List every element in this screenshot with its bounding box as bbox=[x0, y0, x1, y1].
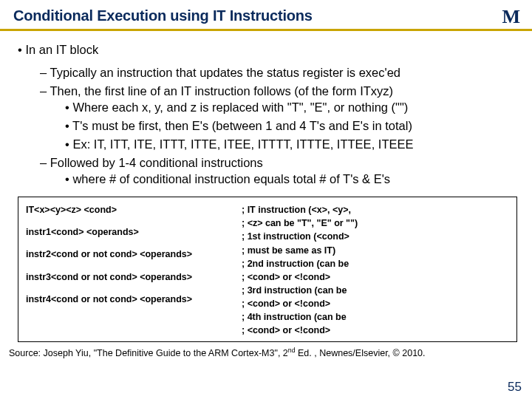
comment-line: ; 4th instruction (can be bbox=[242, 310, 509, 324]
code-line: instr1<cond> <operands> bbox=[26, 225, 233, 239]
code-line: instr2<cond or not cond> <operands> bbox=[26, 248, 233, 261]
comment-line: ; <cond> or <!cond> bbox=[242, 324, 509, 337]
sub-bullet-b1: Where each x, y, and z is replaced with … bbox=[65, 99, 517, 116]
comment-line: ; <cond> or <!cond> bbox=[242, 297, 509, 310]
code-line: instr4<cond or not cond> <operands> bbox=[26, 293, 233, 306]
page-number: 55 bbox=[508, 380, 522, 395]
code-line: instr3<cond or not cond> <operands> bbox=[26, 270, 233, 284]
code-box: IT<x><y><z> <cond> instr1<cond> <operand… bbox=[18, 197, 517, 342]
comment-line: ; IT instruction (<x>, <y>, bbox=[242, 203, 509, 216]
comment-line: ; <z> can be "T", "E" or "") bbox=[242, 216, 509, 230]
comment-line: ; 3rd instruction (can be bbox=[242, 284, 509, 297]
code-line: IT<x><y><z> <cond> bbox=[26, 203, 233, 216]
source-citation: Source: Joseph Yiu, "The Definitive Guid… bbox=[0, 345, 532, 358]
sub-bullet-b3: Ex: IT, ITT, ITE, ITTT, ITTE, ITEE, ITTT… bbox=[65, 136, 517, 153]
title-divider bbox=[0, 29, 532, 31]
comment-line: ; must be same as IT) bbox=[242, 244, 509, 257]
comment-line: ; <cond> or <!cond> bbox=[242, 270, 509, 284]
slide-title: Conditional Execution using IT Instructi… bbox=[0, 0, 532, 29]
code-right-column: ; IT instruction (<x>, <y>, ; <z> can be… bbox=[242, 203, 509, 337]
code-left-column: IT<x><y><z> <cond> instr1<cond> <operand… bbox=[26, 203, 233, 337]
sub-bullet-c1: where # of conditional instruction equal… bbox=[65, 171, 517, 188]
comment-line: ; 1st instruction (<cond> bbox=[242, 230, 509, 243]
main-bullet: In an IT block bbox=[18, 41, 517, 58]
comment-line: ; 2nd instruction (can be bbox=[242, 257, 509, 270]
sub-bullet-b2: T's must be first, then E's (between 1 a… bbox=[65, 117, 517, 134]
sub-bullet-c: Followed by 1-4 conditional instructions… bbox=[40, 154, 517, 188]
sub-bullet-b: Then, the first line of an IT instructio… bbox=[40, 83, 517, 153]
sub-bullet-a: Typically an instruction that updates th… bbox=[40, 64, 517, 81]
slide-body: In an IT block Typically an instruction … bbox=[0, 41, 532, 342]
um-logo: M bbox=[502, 6, 519, 28]
